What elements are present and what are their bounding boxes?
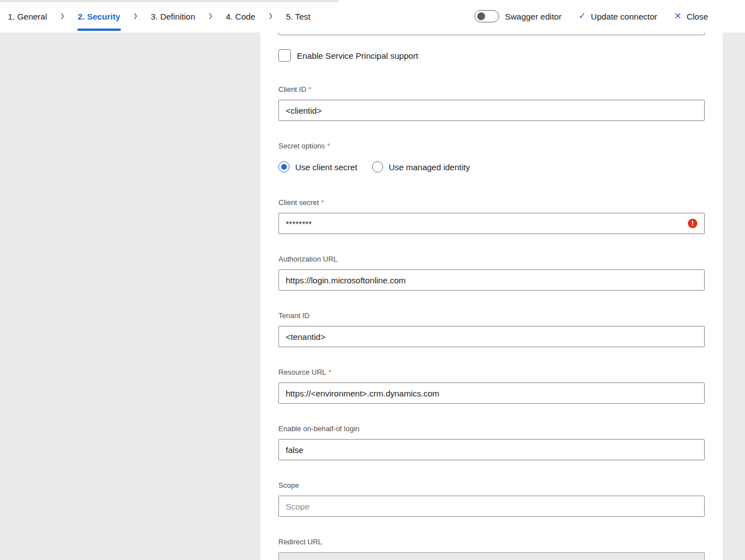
field-secret-options: Secret options* Use client secret Use ma…	[278, 142, 705, 172]
tab-code[interactable]: 4. Code	[226, 0, 255, 32]
update-connector-button[interactable]: ✓ Update connector	[578, 12, 657, 21]
tab-test[interactable]: 5. Test	[286, 0, 310, 32]
required-asterisk: *	[309, 85, 311, 94]
wizard-header: 1. General › 2. Security › 3. Definition…	[0, 0, 745, 32]
resource-url-label-text: Resource URL	[278, 368, 326, 376]
client-secret-label: Client secret*	[278, 198, 705, 207]
field-scope: Scope	[278, 481, 705, 517]
tab-security-label: 2. Security	[78, 12, 120, 21]
security-form-panel: Enable Service Principal support Client …	[260, 32, 723, 560]
tenant-id-label: Tenant ID	[278, 311, 705, 320]
tab-code-label: 4. Code	[226, 12, 255, 21]
client-id-label-text: Client ID	[278, 85, 306, 94]
chevron-right-icon: ›	[60, 8, 64, 25]
top-sliver	[0, 0, 338, 2]
tab-definition[interactable]: 3. Definition	[151, 0, 195, 32]
resource-url-label: Resource URL*	[278, 368, 705, 377]
error-icon: !	[688, 219, 697, 228]
swagger-editor-label: Swagger editor	[505, 12, 562, 21]
header-actions: Swagger editor ✓ Update connector ✕ Clos…	[474, 10, 745, 22]
resource-url-input[interactable]	[278, 382, 705, 404]
radio-use-managed-identity-label: Use managed identity	[389, 162, 470, 172]
radio-button-unselected[interactable]	[372, 161, 383, 172]
radio-use-client-secret-label: Use client secret	[295, 162, 357, 172]
required-asterisk: *	[328, 368, 331, 376]
close-icon: ✕	[674, 12, 681, 21]
required-asterisk: *	[321, 198, 324, 207]
client-secret-input-wrap: !	[278, 213, 705, 234]
close-button[interactable]: ✕ Close	[674, 12, 708, 21]
chevron-right-icon: ›	[134, 8, 138, 25]
authorization-url-label: Authorization URL	[278, 255, 705, 264]
field-client-secret: Client secret* !	[278, 198, 705, 234]
tab-definition-label: 3. Definition	[151, 12, 195, 21]
required-asterisk: *	[327, 142, 330, 150]
wizard-step-tabs: 1. General › 2. Security › 3. Definition…	[8, 0, 310, 32]
update-connector-label: Update connector	[591, 12, 657, 21]
field-tenant-id: Tenant ID	[278, 311, 705, 347]
authorization-url-input[interactable]	[278, 269, 705, 291]
service-principal-checkbox[interactable]	[278, 49, 291, 62]
chevron-right-icon: ›	[269, 8, 273, 25]
tab-test-label: 5. Test	[286, 12, 310, 21]
redirect-url-input	[278, 552, 705, 560]
scope-label: Scope	[278, 481, 705, 490]
enable-on-behalf-of-login-input[interactable]	[278, 439, 705, 460]
swagger-editor-toggle-group: Swagger editor	[474, 10, 562, 22]
tab-security[interactable]: 2. Security	[78, 0, 120, 32]
client-id-label: Client ID*	[278, 85, 705, 94]
tab-general-label: 1. General	[8, 12, 47, 21]
radio-button-selected[interactable]	[278, 161, 290, 172]
active-tab-underline	[77, 29, 121, 31]
check-icon: ✓	[578, 12, 585, 21]
field-redirect-url: Redirect URL	[278, 538, 705, 560]
redirect-url-label: Redirect URL	[278, 538, 705, 547]
client-secret-input[interactable]	[278, 213, 705, 234]
tab-general[interactable]: 1. General	[8, 0, 47, 32]
toggle-knob	[477, 12, 485, 20]
close-button-label: Close	[687, 12, 708, 21]
enable-on-behalf-of-login-label: Enable on-behalf-of login	[278, 424, 705, 433]
chevron-right-icon: ›	[208, 8, 212, 25]
field-resource-url: Resource URL*	[278, 368, 705, 404]
content-area: Enable Service Principal support Client …	[0, 32, 745, 560]
field-client-id: Client ID*	[278, 85, 705, 121]
field-enable-on-behalf-of-login: Enable on-behalf-of login	[278, 424, 705, 460]
field-authorization-url: Authorization URL	[278, 255, 705, 291]
scope-input[interactable]	[278, 496, 705, 517]
secret-options-label-text: Secret options	[278, 142, 325, 150]
client-secret-label-text: Client secret	[278, 198, 319, 207]
secret-options-radio-group: Use client secret Use managed identity	[278, 156, 705, 172]
radio-use-client-secret[interactable]: Use client secret	[278, 161, 357, 172]
tenant-id-input[interactable]	[278, 326, 705, 347]
service-principal-checkbox-row[interactable]: Enable Service Principal support	[278, 49, 705, 62]
service-principal-checkbox-label: Enable Service Principal support	[297, 51, 418, 60]
truncated-input-top[interactable]	[278, 32, 705, 35]
radio-use-managed-identity[interactable]: Use managed identity	[372, 161, 470, 172]
swagger-editor-toggle[interactable]	[474, 10, 499, 22]
secret-options-label: Secret options*	[278, 142, 705, 151]
client-id-input[interactable]	[278, 100, 705, 121]
